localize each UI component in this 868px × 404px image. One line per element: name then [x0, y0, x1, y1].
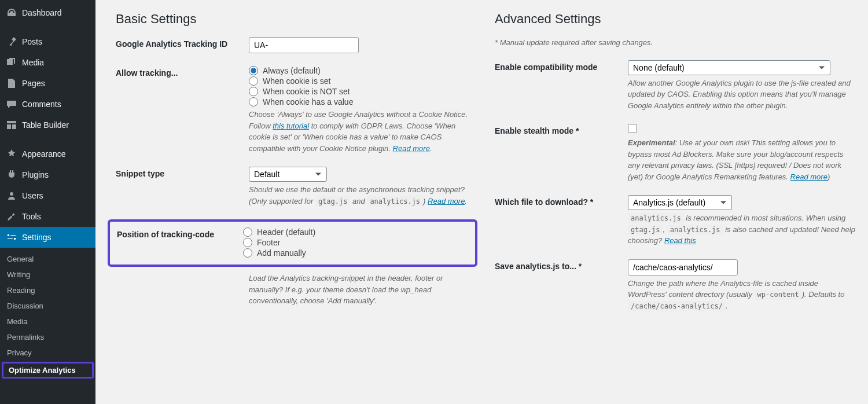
read-this-link[interactable]: Read this — [664, 236, 696, 245]
submenu-reading[interactable]: Reading — [0, 282, 95, 298]
snippet-type-row: Snippet type Default Should we use the d… — [116, 167, 477, 207]
sidebar-item-media[interactable]: Media — [0, 52, 95, 73]
sidebar-item-label: Media — [22, 58, 44, 67]
comments-icon — [6, 98, 17, 110]
save-path-input[interactable] — [628, 259, 738, 276]
tracking-id-row: Google Analytics Tracking ID — [116, 37, 477, 53]
sidebar-item-plugins[interactable]: Plugins — [0, 164, 95, 185]
sidebar-item-appearance[interactable]: Appearance — [0, 144, 95, 164]
compat-label: Enable compatibility mode — [495, 60, 628, 72]
snippet-type-label: Snippet type — [116, 167, 249, 178]
pin-icon — [6, 36, 17, 47]
settings-submenu: General Writing Reading Discussion Media… — [0, 248, 95, 383]
save-path-label: Save analytics.js to... * — [495, 259, 628, 271]
snippet-type-select[interactable]: Default — [249, 167, 327, 182]
sidebar-item-label: Plugins — [22, 170, 49, 179]
submenu-writing[interactable]: Writing — [0, 267, 95, 282]
sidebar-item-label: Tools — [22, 212, 41, 221]
users-icon — [6, 190, 17, 201]
radio-label: Footer — [257, 238, 280, 247]
radio-label: When cookie is NOT set — [263, 87, 350, 96]
basic-heading: Basic Settings — [116, 12, 477, 27]
submenu-optimize-analytics[interactable]: Optimize Analytics — [2, 362, 94, 379]
appearance-icon — [6, 148, 17, 160]
radio-label: When cookie has a value — [263, 97, 353, 106]
submenu-discussion[interactable]: Discussion — [0, 298, 95, 314]
radio-label: When cookie is set — [263, 76, 331, 86]
submenu-media[interactable]: Media — [0, 314, 95, 329]
compat-desc: Allow another Google Analytics plugin to… — [628, 78, 856, 112]
code-analytics: analytics.js — [628, 213, 684, 223]
position-row: Position of tracking-code Header (defaul… — [117, 227, 468, 259]
tracking-id-input[interactable] — [249, 37, 359, 53]
sidebar-item-label: Comments — [22, 100, 61, 109]
file-row: Which file to download? * Analytics.js (… — [495, 195, 856, 247]
save-path-desc: Change the path where the Analytics-file… — [628, 278, 856, 312]
code-default-path: /cache/caos-analytics/ — [628, 301, 726, 311]
stealth-label: Enable stealth mode * — [495, 124, 628, 135]
position-label: Position of tracking-code — [117, 227, 243, 239]
snippet-type-desc: Should we use the default or the asynchr… — [249, 184, 477, 207]
allow-cookie-value-radio[interactable] — [249, 97, 258, 106]
main-content: Basic Settings Google Analytics Tracking… — [95, 0, 868, 404]
advanced-settings-column: Advanced Settings * Manual update requir… — [495, 12, 856, 324]
allow-tracking-desc: Choose 'Always' to use Google Analytics … — [249, 109, 477, 154]
tools-icon — [6, 211, 17, 222]
allow-tracking-row: Allow tracking... Always (default) When … — [116, 66, 477, 154]
file-desc: analytics.js is recommended in most situ… — [628, 212, 856, 247]
table-icon — [6, 119, 17, 131]
radio-label: Always (default) — [263, 66, 321, 75]
stealth-checkbox[interactable] — [628, 124, 637, 133]
code-gtag: gtag.js — [315, 196, 351, 207]
position-header-radio[interactable] — [243, 227, 252, 237]
code-analytics: analytics.js — [367, 196, 423, 207]
sidebar-item-tools[interactable]: Tools — [0, 206, 95, 227]
allow-cookie-not-set-radio[interactable] — [249, 87, 258, 96]
sidebar-item-label: Table Builder — [22, 120, 69, 130]
sidebar-item-dashboard[interactable]: Dashboard — [0, 2, 95, 23]
stealth-desc: Experimental: Use at your own risk! This… — [628, 137, 856, 182]
position-footer-radio[interactable] — [243, 238, 252, 247]
compat-select[interactable]: None (default) — [628, 60, 830, 75]
file-label: Which file to download? * — [495, 195, 628, 207]
tracking-id-label: Google Analytics Tracking ID — [116, 37, 249, 49]
submenu-permalinks[interactable]: Permalinks — [0, 329, 95, 345]
position-highlight: Position of tracking-code Header (defaul… — [108, 219, 477, 267]
basic-settings-column: Basic Settings Google Analytics Tracking… — [116, 12, 477, 324]
sidebar-item-comments[interactable]: Comments — [0, 94, 95, 115]
tutorial-link[interactable]: this tutorial — [273, 122, 309, 130]
plugins-icon — [6, 169, 17, 181]
code-analytics: analytics.js — [667, 225, 723, 235]
radio-label: Add manually — [257, 248, 306, 258]
read-more-link[interactable]: Read more — [393, 144, 430, 153]
save-path-row: Save analytics.js to... * Change the pat… — [495, 259, 856, 312]
pages-icon — [6, 78, 17, 89]
sidebar-item-users[interactable]: Users — [0, 185, 95, 206]
read-more-link[interactable]: Read more — [790, 172, 827, 181]
media-icon — [6, 57, 17, 68]
svg-point-0 — [10, 192, 13, 196]
position-desc: Load the Analytics tracking-snippet in t… — [249, 273, 477, 307]
position-manual-radio[interactable] — [243, 248, 252, 258]
sidebar-item-pages[interactable]: Pages — [0, 73, 95, 94]
compat-row: Enable compatibility mode None (default)… — [495, 60, 856, 112]
sidebar-item-label: Users — [22, 191, 43, 200]
advanced-note: * Manual update required after saving ch… — [495, 37, 856, 49]
file-select[interactable]: Analytics.js (default) — [628, 195, 732, 210]
radio-label: Header (default) — [257, 227, 315, 237]
allow-always-radio[interactable] — [249, 66, 258, 75]
sidebar-item-posts[interactable]: Posts — [0, 31, 95, 52]
submenu-privacy[interactable]: Privacy — [0, 345, 95, 361]
sidebar-item-label: Pages — [22, 79, 45, 88]
advanced-heading: Advanced Settings — [495, 12, 856, 27]
allow-cookie-set-radio[interactable] — [249, 76, 258, 86]
sidebar-item-label: Posts — [22, 37, 42, 46]
sidebar-item-label: Appearance — [22, 149, 66, 159]
settings-icon — [6, 232, 17, 243]
submenu-general[interactable]: General — [0, 251, 95, 267]
sidebar-item-settings[interactable]: Settings — [0, 227, 95, 248]
allow-tracking-label: Allow tracking... — [116, 66, 249, 78]
read-more-link[interactable]: Read more — [428, 197, 465, 205]
code-gtag: gtag.js — [628, 225, 663, 235]
sidebar-item-table-builder[interactable]: Table Builder — [0, 115, 95, 135]
